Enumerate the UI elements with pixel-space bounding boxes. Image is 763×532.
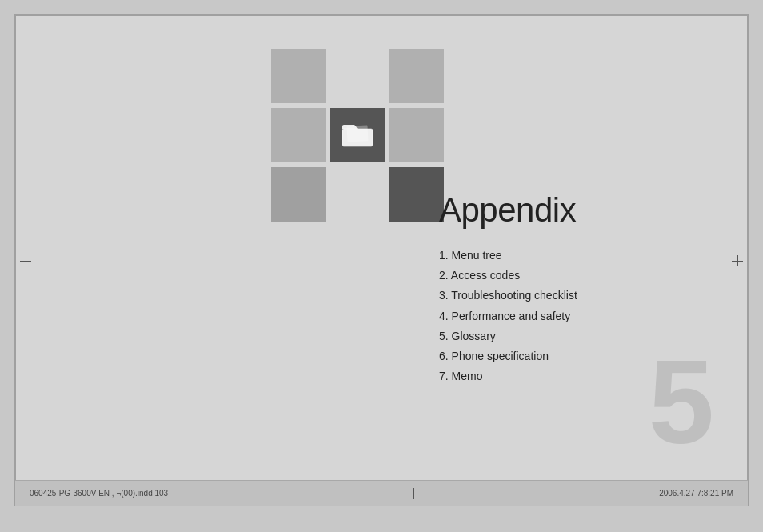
footer-bar: 060425-PG-3600V-EN , ¬(00).indd 103 2006… <box>15 480 748 506</box>
title-section: Appendix 1. Menu tree 2. Access codes 3.… <box>439 191 577 386</box>
border-right <box>747 15 748 480</box>
folder-icon <box>342 122 373 148</box>
crosshair-left-center <box>20 255 31 266</box>
footer-left-text: 060425-PG-3600V-EN , ¬(00).indd 103 <box>30 489 168 498</box>
toc-item-5: 5. Glossary <box>439 326 577 346</box>
toc-item-4: 4. Performance and safety <box>439 306 577 326</box>
toc-item-6: 6. Phone specification <box>439 346 577 366</box>
chapter-title: Appendix <box>439 191 577 230</box>
grid-cell-7 <box>271 167 326 222</box>
grid-cell-2 <box>330 49 385 103</box>
crosshair-bottom-center <box>408 488 419 499</box>
crosshair-top-center <box>376 20 387 31</box>
toc-item-1: 1. Menu tree <box>439 246 577 266</box>
grid-cell-1 <box>271 49 326 103</box>
border-left <box>15 15 16 480</box>
toc-item-3: 3. Troubleshooting checklist <box>439 286 577 306</box>
chapter-icon-grid <box>271 49 444 222</box>
grid-cell-4 <box>271 108 326 162</box>
crosshair-right-center <box>732 255 743 266</box>
grid-cell-9 <box>389 167 444 222</box>
footer-right-text: 2006.4.27 7:8:21 PM <box>659 489 733 498</box>
toc-item-7: 7. Memo <box>439 366 577 386</box>
border-top <box>15 15 748 16</box>
toc-item-2: 2. Access codes <box>439 266 577 286</box>
chapter-number-watermark: 5 <box>649 343 714 462</box>
grid-cell-3 <box>389 49 444 103</box>
grid-cell-6 <box>389 108 444 162</box>
svg-rect-2 <box>346 125 368 142</box>
grid-cell-5-icon <box>330 108 385 162</box>
grid-cell-8 <box>330 167 385 222</box>
toc-list: 1. Menu tree 2. Access codes 3. Troubles… <box>439 246 577 386</box>
page-container: Appendix 1. Menu tree 2. Access codes 3.… <box>14 14 749 506</box>
